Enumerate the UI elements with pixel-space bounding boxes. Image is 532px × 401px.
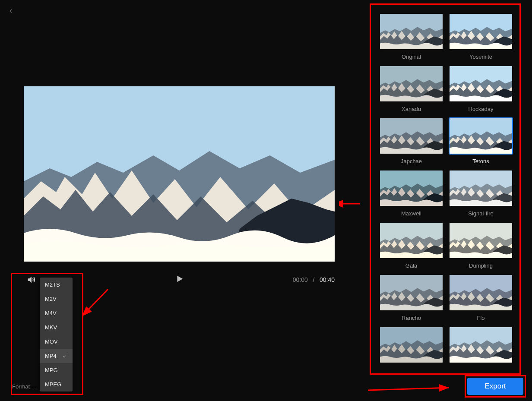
format-label: Format —: [12, 383, 37, 390]
format-dropdown-menu[interactable]: M2TSM2VM4VMKVMOVMP4MPGMPEG: [40, 278, 73, 392]
format-option-label: M4V: [45, 310, 57, 316]
filter-label: Yosemite: [469, 54, 492, 60]
play-icon: [174, 274, 184, 284]
filter-thumbnail: [450, 171, 512, 206]
app-root: 00:00 / 00:40 M2TSM2VM4VMKVMOVMP4MPGMPEG…: [0, 0, 532, 401]
annotation-arrow-export: [367, 383, 453, 395]
filter-maxwell[interactable]: Maxwell: [380, 171, 443, 217]
export-button-label: Export: [484, 382, 506, 391]
time-display: 00:00 / 00:40: [293, 276, 335, 283]
filter-thumbnail: [380, 118, 443, 154]
filter-panel: OriginalYosemiteXanaduHockadayJapchaeTet…: [370, 9, 522, 373]
filter-xanadu[interactable]: Xanadu: [380, 66, 443, 112]
thumbnail-image: [380, 327, 443, 363]
video-preview[interactable]: [24, 86, 335, 262]
filter-item[interactable]: [380, 327, 443, 367]
current-time: 00:00: [293, 276, 308, 283]
filter-japchae[interactable]: Japchae: [380, 118, 443, 164]
volume-button[interactable]: [26, 275, 36, 284]
thumbnail-image: [450, 327, 512, 363]
filter-flo[interactable]: Flo: [450, 275, 512, 321]
filter-thumbnail: [380, 66, 443, 101]
filter-thumbnail: [380, 14, 443, 49]
total-time: 00:40: [320, 276, 335, 283]
thumbnail-image: [380, 66, 443, 101]
thumbnail-image: [380, 275, 443, 310]
filter-label: Hockaday: [469, 106, 494, 112]
filter-original[interactable]: Original: [380, 14, 443, 60]
filter-grid: OriginalYosemiteXanaduHockadayJapchaeTet…: [370, 9, 522, 367]
format-option-label: MOV: [45, 338, 58, 345]
filter-label: Dumpling: [469, 262, 493, 269]
filter-thumbnail: [450, 275, 512, 310]
volume-icon: [26, 275, 36, 284]
filter-label: Signal-fire: [468, 210, 494, 217]
filter-label: Japchae: [401, 158, 422, 164]
format-option-mpg[interactable]: MPG: [40, 363, 73, 377]
filter-thumbnail: [450, 66, 512, 101]
filter-thumbnail: [450, 118, 512, 154]
format-option-mp4[interactable]: MP4: [40, 349, 73, 363]
thumbnail-image: [450, 275, 512, 310]
thumbnail-image: [450, 118, 512, 154]
format-option-label: MPG: [45, 367, 58, 373]
format-option-m2ts[interactable]: M2TS: [40, 278, 73, 292]
filter-thumbnail: [380, 223, 443, 258]
filter-gala[interactable]: Gala: [380, 223, 443, 269]
format-option-mpeg[interactable]: MPEG: [40, 377, 73, 392]
preview-image: [24, 86, 335, 262]
filter-yosemite[interactable]: Yosemite: [450, 14, 512, 60]
filter-item[interactable]: [450, 327, 512, 367]
thumbnail-image: [450, 14, 512, 49]
filter-thumbnail: [450, 14, 512, 49]
filter-dumpling[interactable]: Dumpling: [450, 223, 512, 269]
format-option-label: M2TS: [45, 281, 60, 288]
filter-label: Maxwell: [401, 210, 421, 217]
annotation-arrow-format: [82, 285, 112, 319]
format-option-mkv[interactable]: MKV: [40, 320, 73, 335]
thumbnail-image: [450, 66, 512, 101]
filter-thumbnail: [380, 171, 443, 206]
thumbnail-image: [450, 223, 512, 258]
filter-label: Original: [402, 54, 421, 60]
thumbnail-image: [380, 171, 443, 206]
format-option-m2v[interactable]: M2V: [40, 292, 73, 306]
svg-line-3: [368, 388, 449, 390]
filter-signal-fire[interactable]: Signal-fire: [450, 171, 512, 217]
filter-label: Flo: [477, 315, 484, 321]
thumbnail-image: [380, 118, 443, 154]
back-button[interactable]: [6, 6, 16, 16]
annotation-arrow-filters: [339, 199, 361, 208]
filter-tetons[interactable]: Tetons: [450, 118, 512, 164]
format-option-label: MPEG: [45, 381, 61, 388]
filter-hockaday[interactable]: Hockaday: [450, 66, 512, 112]
check-icon: [62, 354, 67, 359]
thumbnail-image: [450, 171, 512, 206]
filter-label: Tetons: [472, 158, 489, 164]
thumbnail-image: [380, 223, 443, 258]
format-option-mov[interactable]: MOV: [40, 335, 73, 349]
format-option-label: MP4: [45, 353, 57, 359]
filter-thumbnail: [450, 327, 512, 363]
export-button[interactable]: Export: [467, 378, 523, 395]
filter-thumbnail: [380, 327, 443, 363]
play-button[interactable]: [174, 274, 184, 285]
thumbnail-image: [380, 14, 443, 49]
svg-line-1: [87, 289, 108, 311]
time-separator: /: [310, 276, 318, 283]
chevron-left-icon: [8, 8, 14, 14]
filter-label: Gala: [405, 262, 417, 269]
filter-thumbnail: [450, 223, 512, 258]
filter-label: Rancho: [402, 315, 421, 321]
format-option-label: M2V: [45, 296, 57, 302]
filter-thumbnail: [380, 275, 443, 310]
format-option-m4v[interactable]: M4V: [40, 306, 73, 320]
filter-label: Xanadu: [402, 106, 421, 112]
format-option-label: MKV: [45, 324, 57, 331]
filter-rancho[interactable]: Rancho: [380, 275, 443, 321]
